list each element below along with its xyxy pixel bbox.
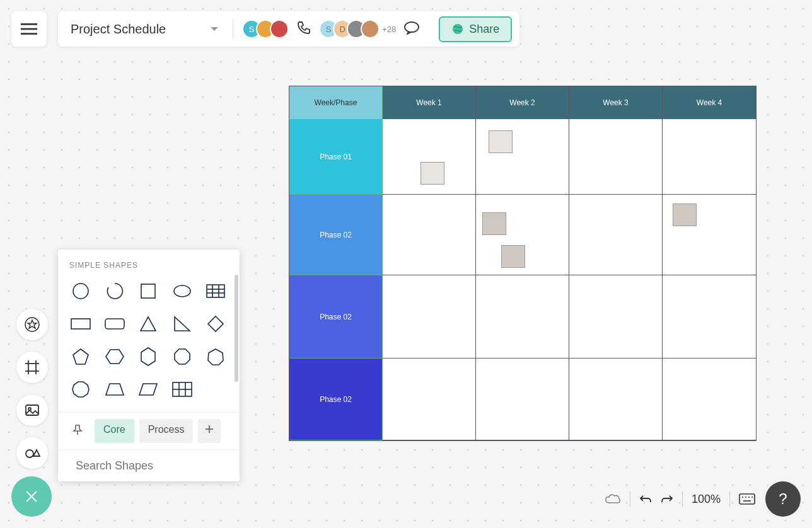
- divider: [233, 19, 233, 39]
- shape-search-row: [58, 449, 240, 481]
- image-tool[interactable]: [16, 394, 48, 426]
- globe-icon: [451, 23, 464, 35]
- presence-avatars-left[interactable]: S: [242, 20, 289, 38]
- phone-icon[interactable]: [296, 20, 311, 38]
- shape-arc[interactable]: [103, 280, 126, 302]
- table-row: Phase 02: [289, 359, 756, 440]
- data-cell[interactable]: [663, 359, 756, 440]
- schedule-block[interactable]: [420, 162, 444, 185]
- phase-cell: Phase 02: [289, 195, 383, 275]
- shape-category-tabs: Core Process: [58, 412, 240, 449]
- table-row: Phase 02: [289, 275, 756, 359]
- svg-point-17: [174, 285, 190, 297]
- col-header: Week 4: [663, 86, 756, 119]
- phase-cell: Phase 02: [289, 275, 383, 359]
- phase-cell: Phase 01: [289, 119, 383, 195]
- shape-diamond[interactable]: [204, 313, 227, 335]
- share-button[interactable]: Share: [439, 16, 512, 42]
- keyboard-icon[interactable]: [739, 493, 755, 505]
- data-cell[interactable]: [476, 359, 569, 440]
- data-cell[interactable]: [383, 195, 476, 275]
- schedule-grid[interactable]: Week/Phase Week 1 Week 2 Week 3 Week 4 P…: [289, 86, 757, 441]
- hamburger-icon: [21, 23, 37, 35]
- extra-participants-count: +28: [382, 25, 396, 34]
- shape-trapezoid[interactable]: [103, 378, 126, 401]
- data-cell[interactable]: [663, 195, 756, 275]
- shape-right-triangle[interactable]: [171, 313, 194, 335]
- menu-button[interactable]: [11, 11, 47, 47]
- star-shape-tool[interactable]: [16, 309, 48, 340]
- svg-rect-16: [141, 284, 155, 298]
- table-row: Phase 01: [289, 119, 756, 195]
- col-header: Week 2: [476, 86, 569, 119]
- shape-rectangle[interactable]: [69, 313, 92, 335]
- shape-search-input[interactable]: [76, 459, 222, 473]
- zoom-level[interactable]: 100%: [692, 493, 721, 506]
- schedule-block[interactable]: [489, 130, 513, 153]
- data-cell[interactable]: [383, 119, 476, 195]
- header-bar: Project Schedule S S D +28 Share: [58, 11, 519, 47]
- add-tab-button[interactable]: [198, 419, 221, 443]
- data-cell[interactable]: [569, 195, 663, 275]
- shape-hexagon[interactable]: [103, 345, 126, 368]
- shape-grid[interactable]: [171, 378, 194, 401]
- shape-circle[interactable]: [69, 280, 92, 302]
- pin-tab[interactable]: [66, 419, 90, 443]
- shape-triangle[interactable]: [137, 313, 160, 335]
- data-cell[interactable]: [663, 275, 756, 359]
- phase-cell: Phase 02: [289, 359, 383, 440]
- frame-tool[interactable]: [16, 352, 48, 383]
- data-cell[interactable]: [569, 119, 663, 195]
- shape-parallelogram[interactable]: [137, 378, 160, 401]
- divider: [682, 491, 683, 507]
- data-cell[interactable]: [569, 275, 663, 359]
- svg-rect-24: [105, 319, 124, 329]
- svg-point-12: [26, 450, 33, 457]
- tab-process[interactable]: Process: [139, 419, 194, 443]
- schedule-block[interactable]: [673, 204, 697, 226]
- help-button[interactable]: ?: [765, 481, 801, 517]
- scrollbar[interactable]: [235, 275, 238, 382]
- data-cell[interactable]: [383, 359, 476, 440]
- svg-point-4: [453, 24, 463, 34]
- shape-ellipse[interactable]: [171, 280, 194, 302]
- data-cell[interactable]: [569, 359, 663, 440]
- data-cell[interactable]: [383, 275, 476, 359]
- shapes-grid: [58, 275, 240, 412]
- corner-cell: Week/Phase: [289, 86, 383, 119]
- schedule-block[interactable]: [482, 212, 506, 235]
- shape-rounded-rect[interactable]: [103, 313, 126, 335]
- svg-rect-10: [26, 405, 38, 415]
- redo-button[interactable]: [661, 494, 673, 504]
- svg-point-15: [73, 284, 88, 299]
- data-cell[interactable]: [663, 119, 756, 195]
- shape-decagon[interactable]: [69, 378, 92, 401]
- shapes-tool[interactable]: [16, 437, 48, 469]
- tab-core[interactable]: Core: [95, 419, 134, 443]
- col-header: Week 3: [569, 86, 663, 119]
- svg-rect-23: [71, 319, 90, 329]
- help-icon: ?: [779, 490, 787, 508]
- data-cell[interactable]: [476, 195, 569, 275]
- shape-hexagon-v[interactable]: [137, 345, 160, 368]
- table-row: Phase 02: [289, 195, 756, 275]
- data-cell[interactable]: [476, 119, 569, 195]
- close-button[interactable]: [11, 476, 52, 517]
- close-icon: [25, 490, 38, 503]
- shape-heptagon[interactable]: [204, 345, 227, 368]
- document-title-dropdown[interactable]: Project Schedule: [66, 22, 224, 37]
- undo-button[interactable]: [639, 494, 652, 504]
- avatar: [270, 20, 289, 38]
- shape-octagon[interactable]: [171, 345, 194, 368]
- shape-table[interactable]: [204, 280, 227, 302]
- presence-avatars-right[interactable]: S D +28: [319, 20, 396, 38]
- schedule-block[interactable]: [501, 245, 525, 268]
- chat-icon[interactable]: [403, 21, 420, 37]
- shape-pentagon[interactable]: [69, 345, 92, 368]
- shape-square[interactable]: [137, 280, 160, 302]
- cloud-sync-icon[interactable]: [605, 493, 621, 505]
- chevron-down-icon: [210, 26, 219, 32]
- svg-rect-36: [740, 494, 755, 504]
- data-cell[interactable]: [476, 275, 569, 359]
- col-header: Week 1: [383, 86, 476, 119]
